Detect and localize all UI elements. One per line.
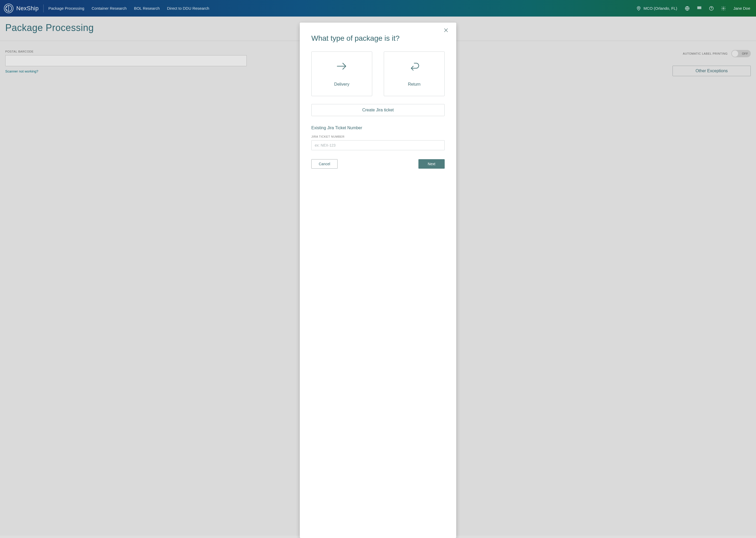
create-jira-button[interactable]: Create Jira ticket	[311, 104, 445, 116]
choice-return-label: Return	[408, 82, 420, 87]
modal-overlay: What type of package is it? Delivery R	[0, 0, 756, 538]
package-type-choices: Delivery Return	[311, 51, 445, 96]
modal-title: What type of package is it?	[311, 34, 445, 42]
return-arrow-icon	[408, 61, 420, 73]
choice-delivery[interactable]: Delivery	[311, 51, 372, 96]
arrow-right-icon	[336, 61, 348, 73]
jira-ticket-input[interactable]	[311, 140, 445, 150]
next-button[interactable]: Next	[418, 159, 445, 169]
existing-jira-header: Existing Jira Ticket Number	[311, 126, 445, 130]
close-icon	[443, 29, 449, 34]
close-button[interactable]	[443, 27, 450, 35]
jira-field-label: JIRA TICKET NUMBER	[311, 135, 445, 138]
modal-actions: Cancel Next	[311, 159, 445, 169]
package-type-modal: What type of package is it? Delivery R	[300, 23, 456, 538]
choice-delivery-label: Delivery	[334, 82, 350, 87]
choice-return[interactable]: Return	[384, 51, 445, 96]
cancel-button[interactable]: Cancel	[311, 159, 338, 169]
